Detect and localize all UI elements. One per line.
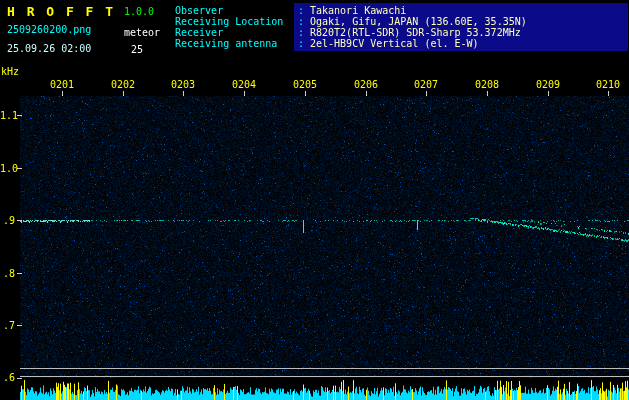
info-row-antenna: Receiving antenna : 2el-HB9CV Vertical (… xyxy=(0,38,629,49)
info-row-receiver: Receiver : R820T2(RTL-SDR) SDR-Sharp 53.… xyxy=(0,27,629,38)
freq-label-0-9: .9 xyxy=(0,215,15,226)
freq-label-0-8: .8 xyxy=(0,268,15,279)
freq-unit-label: kHz xyxy=(1,66,19,77)
time-label-0208: 0208 xyxy=(475,79,499,90)
time-label-0207: 0207 xyxy=(414,79,438,90)
time-label-0206: 0206 xyxy=(354,79,378,90)
info-value-location: Ogaki, Gifu, JAPAN (136.60E, 35.35N) xyxy=(310,16,527,27)
info-label-receiver: Receiver xyxy=(175,27,223,38)
info-label-antenna: Receiving antenna xyxy=(175,38,277,49)
time-label-0201: 0201 xyxy=(50,79,74,90)
time-label-0202: 0202 xyxy=(111,79,135,90)
freq-label-1-0: 1.0 xyxy=(0,163,15,174)
time-label-0210: 0210 xyxy=(596,79,620,90)
info-colon: : xyxy=(298,38,304,49)
info-value-receiver: R820T2(RTL-SDR) SDR-Sharp 53.372MHz xyxy=(310,27,521,38)
info-colon: : xyxy=(298,27,304,38)
info-colon: : xyxy=(298,16,304,27)
time-label-0205: 0205 xyxy=(293,79,317,90)
time-label-0203: 0203 xyxy=(171,79,195,90)
hrofft-window: H R O F F T 1.0.0 2509260200.png meteor … xyxy=(0,0,629,400)
freq-label-0-7: .7 xyxy=(0,320,15,331)
info-row-location: Receiving Location : Ogaki, Gifu, JAPAN … xyxy=(0,16,629,27)
spectrogram-canvas xyxy=(0,0,629,400)
info-row-observer: Observer : Takanori Kawachi xyxy=(0,5,629,16)
info-colon: : xyxy=(298,5,304,16)
info-value-antenna: 2el-HB9CV Vertical (el. E-W) xyxy=(310,38,479,49)
freq-label-1-1: 1.1 xyxy=(0,110,15,121)
time-label-0209: 0209 xyxy=(536,79,560,90)
freq-label-0-6: .6 xyxy=(0,372,15,383)
info-label-location: Receiving Location xyxy=(175,16,283,27)
time-label-0204: 0204 xyxy=(232,79,256,90)
info-label-observer: Observer xyxy=(175,5,223,16)
info-value-observer: Takanori Kawachi xyxy=(310,5,406,16)
